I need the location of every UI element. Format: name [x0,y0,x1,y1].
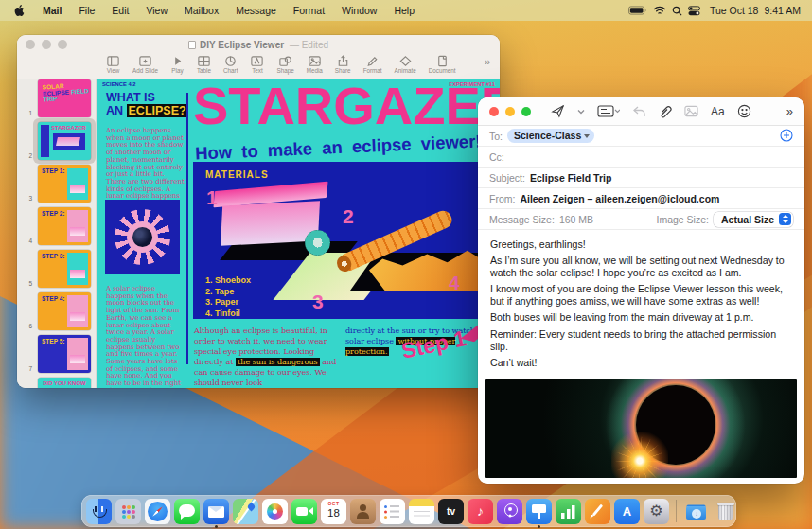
toolbar-overflow-button[interactable]: » [786,104,793,118]
dock-tv[interactable]: tv [438,499,464,524]
dock-system-settings[interactable]: ⚙ [644,499,669,524]
table-button[interactable]: Table [197,55,211,74]
dock-finder[interactable] [86,499,112,524]
slide-canvas[interactable]: SCIENCE 4.2 EXPERIMENT #11 WHAT IS AN EC… [97,79,500,388]
menu-help[interactable]: Help [385,5,423,16]
slide-thumbnail-2-selected[interactable]: 2 STARGAZER [17,122,97,160]
slide-thumbnail-6[interactable]: 6 STEP 4: [17,292,97,330]
slide-heading[interactable]: WHAT IS [106,92,155,104]
dock-keynote[interactable] [526,499,552,524]
send-options-chevron-icon[interactable] [577,109,585,115]
dock-reminders[interactable] [380,499,405,524]
keynote-window-controls[interactable] [26,40,67,49]
materials-heading: MATERIALS [205,169,269,180]
close-button[interactable] [489,107,499,116]
view-button[interactable]: View [106,55,120,74]
format-button[interactable]: Format [363,55,382,74]
zoom-button[interactable] [521,107,531,116]
document-icon [188,41,196,49]
subject-field[interactable]: Subject: Eclipse Field Trip [478,168,804,188]
dock-calendar[interactable]: OCT 18 [321,499,346,524]
dock-notes[interactable] [409,499,434,524]
wifi-icon[interactable] [653,6,666,15]
menu-view[interactable]: View [137,5,176,16]
add-slide-button[interactable]: Add Slide [132,55,158,74]
dock-trash[interactable] [713,499,738,524]
toolbar-overflow-button[interactable]: » [485,55,490,68]
document-button[interactable]: Document [429,55,456,74]
attach-button[interactable] [659,104,672,118]
dock-photos[interactable] [262,499,288,524]
slide-paragraph-2[interactable]: A solar eclipse happens when the moon bl… [106,286,185,388]
materials-box[interactable]: MATERIALS 1 2 3 4 1. Shoebox 2. Tape [193,162,500,319]
dock-pages[interactable] [585,499,610,524]
slide-thumbnail-7[interactable]: 7 STEP 5: [17,335,97,373]
to-recipient-token[interactable]: Science-Class [507,129,594,143]
image-size-select[interactable]: Actual Size [714,212,793,227]
menu-window[interactable]: Window [333,5,385,16]
dock-launchpad[interactable] [115,499,141,524]
send-button[interactable] [551,104,565,118]
close-button[interactable] [26,40,35,49]
menu-mailbox[interactable]: Mailbox [176,5,227,16]
body-paragraph: As I’m sure you all know, we will be set… [490,255,792,279]
slide-thumbnail-1[interactable]: 1 SOLAR ECLIPSE FIELD TRIP [17,79,97,117]
chart-button[interactable]: Chart [223,55,238,74]
menu-file[interactable]: File [70,5,103,16]
header-fields-button[interactable] [597,105,620,117]
menu-format[interactable]: Format [285,5,333,16]
slide-heading-line2[interactable]: AN ECLIPSE? [106,104,188,117]
caution-text-left[interactable]: Although an eclipse is beautiful, in ord… [194,326,339,388]
slide-title[interactable]: STARGAZER [193,79,500,136]
from-field[interactable]: From: Aileen Zeigen – aileen.zeigen@iclo… [478,188,804,209]
dock-contacts[interactable] [350,499,376,524]
eclipse-photo-attachment[interactable] [485,379,797,478]
materials-list: 1. Shoebox 2. Tape 3. Paper 4. Tinfoil [205,275,251,319]
mail-window-controls[interactable] [489,107,531,116]
message-body-editor[interactable]: Greetings, earthlings! As I’m sure you a… [478,231,804,374]
add-recipient-button[interactable] [780,129,793,144]
dock-podcasts[interactable] [497,499,522,524]
menu-bar-time[interactable]: 9:41 AM [764,5,801,16]
slide-thumbnail-3[interactable]: 3 STEP 1: [17,165,97,203]
menu-message[interactable]: Message [227,5,285,16]
dock-maps[interactable] [233,499,258,524]
media-button[interactable]: Media [307,55,323,74]
minimize-button[interactable] [42,40,51,49]
menu-app-name[interactable]: Mail [34,5,70,16]
slide-thumbnail-5[interactable]: 5 STEP 3: [17,250,97,288]
dock-safari[interactable] [145,499,170,524]
shape-button[interactable]: Shape [276,55,293,74]
dock-messages[interactable] [174,499,200,524]
keynote-window: DIY Eclipse Viewer — Edited View Add Sli… [17,35,500,388]
shape-icon [278,55,292,67]
menu-edit[interactable]: Edit [103,5,137,16]
share-button[interactable]: Share [335,55,351,74]
sun-icon [115,209,170,265]
dock-app-store[interactable]: A [614,499,640,524]
minimize-button[interactable] [505,107,515,116]
dock-numbers[interactable] [556,499,581,524]
cc-field[interactable]: Cc: [478,147,804,168]
slide-course-label: SCIENCE 4.2 [102,81,135,87]
dock-downloads-folder[interactable]: ↓ [683,499,709,524]
animate-button[interactable]: Animate [395,55,416,74]
slide-thumbnail-4[interactable]: 4 STEP 2: [17,207,97,245]
dock-facetime[interactable] [291,499,317,524]
format-button[interactable]: Aa [711,105,725,118]
to-field[interactable]: To: Science-Class [478,126,804,147]
play-button[interactable]: Play [170,55,185,74]
emoji-button[interactable] [737,104,751,118]
text-button[interactable]: Text [250,55,264,74]
control-center-icon[interactable] [688,6,700,16]
spotlight-search-icon[interactable] [672,6,682,16]
dock-music[interactable]: ♪ [468,499,493,524]
apple-menu[interactable] [0,4,34,17]
dock-mail[interactable] [203,499,229,524]
slide-thumbnail-8[interactable]: 8 DID YOU KNOW [17,378,97,388]
menu-bar-date[interactable]: Tue Oct 18 [710,5,759,16]
sun-illustration-box[interactable] [105,200,180,274]
keynote-titlebar[interactable]: DIY Eclipse Viewer — Edited [17,35,500,54]
zoom-button[interactable] [58,40,67,49]
battery-icon[interactable] [628,6,647,15]
